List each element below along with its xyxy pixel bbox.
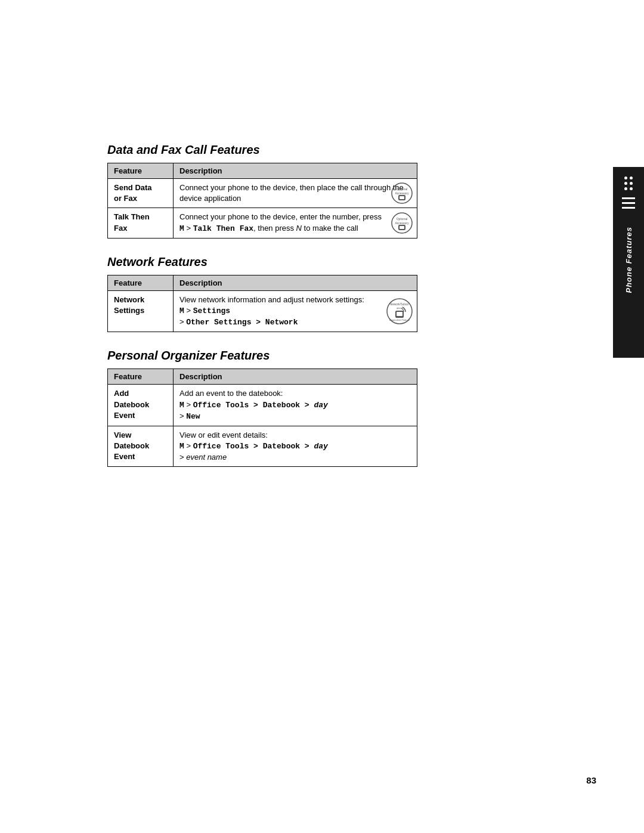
desc-network-settings: View network information and adjust netw… — [174, 290, 417, 332]
table-personal-organizer: Feature Description AddDatebookEvent Add… — [107, 368, 417, 467]
dot — [624, 176, 627, 179]
svg-text:Optional: Optional — [397, 217, 408, 221]
section-title-network: Network Features — [107, 255, 596, 269]
side-tab-lines — [622, 197, 635, 209]
svg-text:Optional: Optional — [397, 187, 408, 191]
table-row: ViewDatebookEvent View or edit event det… — [108, 426, 417, 467]
section-network: Network Features Feature Description Net… — [107, 255, 596, 333]
svg-text:Accessory: Accessory — [395, 221, 409, 225]
dot-row — [624, 187, 633, 190]
col-feature-1: Feature — [108, 163, 174, 179]
desc-send-data: Connect your phone to the device, then p… — [174, 179, 417, 208]
dot — [624, 187, 627, 190]
page-number: 83 — [586, 775, 596, 785]
table-network: Feature Description NetworkSettings View… — [107, 275, 417, 333]
col-description-1: Description — [174, 163, 417, 179]
network-icon: Network/Subscr iption Dependent Feature — [386, 298, 413, 325]
side-tab-label: Phone Features — [624, 227, 633, 293]
dot — [630, 187, 633, 190]
page-container: Data and Fax Call Features Feature Descr… — [0, 0, 644, 833]
section-personal-organizer: Personal Organizer Features Feature Desc… — [107, 349, 596, 467]
svg-text:Dependent Feature: Dependent Feature — [389, 318, 410, 321]
svg-text:iption: iption — [397, 306, 402, 309]
table-row: NetworkSettings View network information… — [108, 290, 417, 332]
side-tab-dots — [624, 176, 633, 190]
feature-view-datebook: ViewDatebookEvent — [108, 426, 174, 467]
optional-accessory-icon-2: Optional Accessory — [391, 212, 413, 234]
col-description-3: Description — [174, 369, 417, 385]
side-tab-line — [622, 197, 635, 199]
desc-view-datebook: View or edit event details: M > Office T… — [174, 426, 417, 467]
col-feature-2: Feature — [108, 275, 174, 290]
col-feature-3: Feature — [108, 369, 174, 385]
svg-text:Accessory: Accessory — [395, 191, 409, 195]
feature-send-data: Send Dataor Fax — [108, 179, 174, 208]
dot-row — [624, 176, 633, 179]
optional-accessory-icon-1: Optional Accessory — [391, 182, 413, 205]
side-tab-line — [622, 207, 635, 209]
section-title-personal-organizer: Personal Organizer Features — [107, 349, 596, 363]
dot — [630, 176, 633, 179]
dot-row — [624, 182, 633, 185]
svg-rect-14 — [397, 312, 402, 316]
table-data-fax: Feature Description Send Dataor Fax Conn… — [107, 163, 417, 239]
desc-add-datebook: Add an event to the datebook: M > Office… — [174, 385, 417, 426]
feature-talk-then-fax: Talk ThenFax — [108, 208, 174, 238]
svg-text:Network/Subscr: Network/Subscr — [390, 303, 409, 306]
section-title-data-fax: Data and Fax Call Features — [107, 143, 596, 157]
table-row: Send Dataor Fax Connect your phone to th… — [108, 179, 417, 208]
feature-add-datebook: AddDatebookEvent — [108, 385, 174, 426]
side-tab-line — [622, 202, 635, 204]
table-row: Talk ThenFax Connect your phone to the d… — [108, 208, 417, 238]
section-data-fax: Data and Fax Call Features Feature Descr… — [107, 143, 596, 239]
desc-talk-then-fax: Connect your phone to the device, enter … — [174, 208, 417, 238]
svg-rect-9 — [400, 226, 404, 229]
dot — [624, 182, 627, 185]
svg-rect-4 — [400, 196, 404, 199]
feature-network-settings: NetworkSettings — [108, 290, 174, 332]
table-row: AddDatebookEvent Add an event to the dat… — [108, 385, 417, 426]
side-tab: Phone Features — [613, 167, 644, 358]
col-description-2: Description — [174, 275, 417, 290]
dot — [630, 182, 633, 185]
